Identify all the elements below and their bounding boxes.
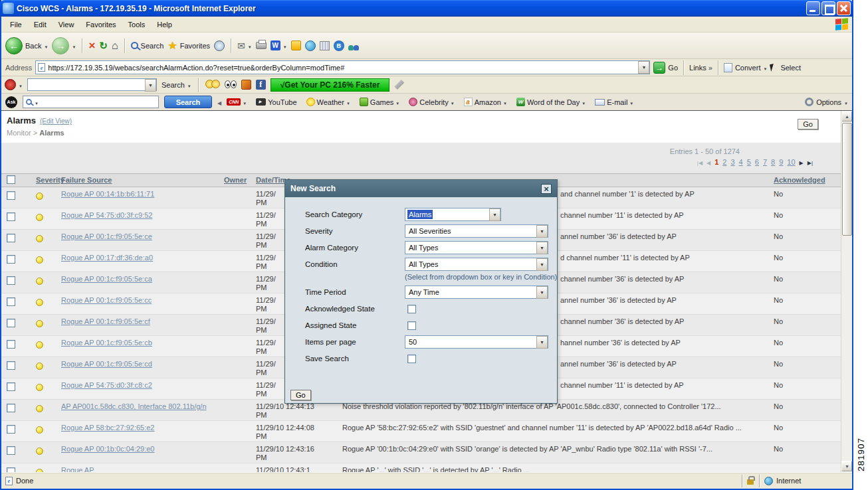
edit-button[interactable] xyxy=(271,41,287,50)
maximize-button[interactable] xyxy=(821,1,835,15)
row-checkbox[interactable] xyxy=(7,212,15,221)
av-search-button[interactable]: Search xyxy=(162,81,191,89)
ask-item-e-mail[interactable]: E-mail xyxy=(595,98,633,106)
address-input[interactable]: https://172.19.35.19/webacs/searchAlarmA… xyxy=(35,60,650,74)
ask-item-celebrity[interactable]: Celebrity xyxy=(409,98,454,106)
select-all-checkbox[interactable] xyxy=(7,175,15,184)
av-dropdown-icon[interactable] xyxy=(19,81,23,89)
av-search-combobox[interactable] xyxy=(27,78,157,91)
failure-source-link[interactable]: Rogue AP 00:17:df:36:de:a0 xyxy=(61,254,153,262)
ask-item-amazon[interactable]: Amazon xyxy=(464,98,507,106)
ask-item-word-of-the-day[interactable]: Word of the Day xyxy=(516,98,586,106)
scroll-up-button[interactable] xyxy=(841,111,852,122)
collapse-arrow-icon[interactable] xyxy=(217,98,221,106)
ad-banner[interactable]: √Get Your PC 216% Faster xyxy=(271,78,390,92)
row-checkbox[interactable] xyxy=(7,234,15,242)
scrollbar-thumb[interactable] xyxy=(842,123,852,236)
combobox-dropdown-icon[interactable] xyxy=(145,79,156,92)
failure-source-link[interactable]: Rogue AP xyxy=(61,466,94,472)
menu-file[interactable]: File xyxy=(4,19,28,31)
page-link-7[interactable]: 7 xyxy=(763,158,767,166)
ask-logo-icon[interactable]: Ask xyxy=(5,96,17,108)
menu-favorites[interactable]: Favorites xyxy=(80,19,122,31)
row-checkbox[interactable] xyxy=(7,255,15,264)
forward-dropdown-icon[interactable] xyxy=(72,42,76,50)
first-page-icon[interactable] xyxy=(697,158,703,166)
address-dropdown-icon[interactable] xyxy=(638,61,649,74)
refresh-button[interactable] xyxy=(99,40,108,52)
mail-button[interactable] xyxy=(237,41,252,51)
failure-source-link[interactable]: Rogue AP 58:bc:27:92:65:e2 xyxy=(61,424,154,432)
messenger-icon[interactable] xyxy=(291,41,301,50)
failure-source-link[interactable]: Rogue AP 54:75:d0:3f:c9:52 xyxy=(61,211,152,219)
back-dropdown-icon[interactable] xyxy=(44,42,48,50)
row-checkbox[interactable] xyxy=(7,319,15,327)
next-page-icon[interactable] xyxy=(800,158,804,166)
address-go-button[interactable]: Go xyxy=(653,62,678,74)
failure-source-link[interactable]: Rogue AP 00:1c:f9:05:5e:ca xyxy=(61,275,152,283)
people-icon[interactable] xyxy=(348,41,360,50)
row-checkbox[interactable] xyxy=(7,446,15,455)
app-icon[interactable] xyxy=(241,80,251,90)
header-owner[interactable]: Owner xyxy=(224,176,247,184)
eyes-icon[interactable] xyxy=(225,80,237,90)
page-link-9[interactable]: 9 xyxy=(779,158,783,166)
severity-select[interactable]: All Severities xyxy=(405,224,548,238)
row-checkbox[interactable] xyxy=(7,297,15,306)
convert-button[interactable]: Convert xyxy=(724,63,767,72)
av-search-dropdown-icon[interactable] xyxy=(187,81,191,89)
scroll-down-button[interactable] xyxy=(841,461,852,472)
row-checkbox[interactable] xyxy=(7,340,15,349)
select-button[interactable]: Select xyxy=(770,64,801,72)
ask-search-input[interactable] xyxy=(23,96,159,108)
header-severity[interactable]: Severity xyxy=(36,176,64,184)
page-link-6[interactable]: 6 xyxy=(755,158,759,166)
failure-source-link[interactable]: Rogue AP 00:1c:f9:05:5e:ce xyxy=(61,232,152,240)
stop-button[interactable] xyxy=(88,39,95,52)
bluetooth-icon[interactable] xyxy=(334,41,344,51)
smileys-icon[interactable] xyxy=(205,80,220,90)
minimize-button[interactable] xyxy=(806,1,820,15)
menu-view[interactable]: View xyxy=(53,19,80,31)
condition-select[interactable]: All Types xyxy=(405,258,548,271)
failure-source-link[interactable]: Rogue AP 00:1c:f9:05:5e:cc xyxy=(61,296,152,304)
page-link-2[interactable]: 2 xyxy=(722,158,726,166)
row-checkbox[interactable] xyxy=(7,425,15,434)
dialog-go-button[interactable]: Go xyxy=(290,390,311,400)
row-checkbox[interactable] xyxy=(7,382,15,391)
print-icon[interactable] xyxy=(256,42,267,49)
page-link-4[interactable]: 4 xyxy=(739,158,743,166)
brush-icon[interactable] xyxy=(394,80,404,90)
failure-source-link[interactable]: Rogue AP 54:75:d0:3f:c8:c2 xyxy=(61,381,152,389)
menu-tools[interactable]: Tools xyxy=(122,19,152,31)
acknowledged-state-checkbox[interactable] xyxy=(407,305,416,313)
history-icon[interactable] xyxy=(214,41,225,51)
page-link-8[interactable]: 8 xyxy=(771,158,775,166)
failure-source-link[interactable]: Rogue AP 00:1c:f9:05:5e:cf xyxy=(61,317,150,325)
failure-source-link[interactable]: AP AP001c.58dc.c830, Interface 802.11b/g… xyxy=(61,402,207,410)
row-checkbox[interactable] xyxy=(7,361,15,370)
failure-source-link[interactable]: Rogue AP 00:14:1b:b6:11:71 xyxy=(61,190,154,198)
ask-item-weather[interactable]: Weather xyxy=(306,98,350,106)
links-menu[interactable]: Links xyxy=(689,64,712,72)
sites-icon[interactable] xyxy=(320,41,330,50)
forward-button[interactable] xyxy=(52,37,76,54)
ask-item-youtube[interactable]: YouTube xyxy=(256,98,296,106)
search-category-select[interactable]: Alarms xyxy=(405,208,501,221)
last-page-icon[interactable] xyxy=(808,158,813,166)
row-checkbox[interactable] xyxy=(7,191,15,200)
row-checkbox[interactable] xyxy=(7,467,15,472)
failure-source-link[interactable]: Rogue AP 00:1c:f9:05:5e:cd xyxy=(61,360,152,368)
close-button[interactable] xyxy=(837,1,851,15)
alarm-category-select[interactable]: All Types xyxy=(405,241,548,254)
header-acknowledged[interactable]: Acknowledged xyxy=(774,176,825,184)
ask-search-button[interactable]: Search xyxy=(164,96,212,108)
previous-page-icon[interactable] xyxy=(706,158,710,166)
page-go-button[interactable]: Go xyxy=(798,119,818,129)
convert-dropdown-icon[interactable] xyxy=(763,64,767,72)
header-failure-source[interactable]: Failure Source xyxy=(61,176,112,184)
ask-item-games[interactable]: Games xyxy=(360,98,399,106)
options-button[interactable]: Options xyxy=(805,98,848,106)
back-button[interactable]: Back xyxy=(5,37,48,54)
items-per-page-select[interactable]: 50 xyxy=(405,335,548,349)
